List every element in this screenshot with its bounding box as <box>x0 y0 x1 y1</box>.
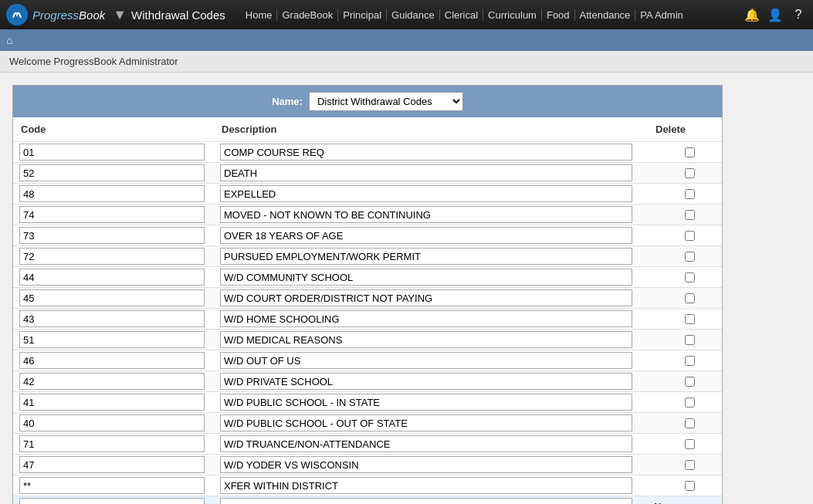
desc-input[interactable] <box>220 185 632 202</box>
desc-input[interactable] <box>220 248 632 265</box>
code-input[interactable] <box>19 164 205 181</box>
table-row <box>13 350 722 370</box>
col-description: Description <box>220 120 654 138</box>
desc-input[interactable] <box>220 206 632 223</box>
delete-checkbox[interactable] <box>685 231 695 241</box>
user-icon[interactable]: 👤 <box>767 6 784 23</box>
code-cell <box>19 310 220 327</box>
desc-input[interactable] <box>220 227 632 244</box>
desc-cell <box>220 185 654 202</box>
table-row <box>13 287 722 308</box>
code-input[interactable] <box>19 352 205 369</box>
code-input[interactable] <box>19 414 205 431</box>
code-input[interactable] <box>19 289 205 306</box>
table-row <box>13 204 722 225</box>
nav-pa-admin[interactable]: PA Admin <box>635 9 687 21</box>
delete-checkbox[interactable] <box>685 439 695 449</box>
nav-curriculum[interactable]: Curriculum <box>483 9 542 21</box>
code-input[interactable] <box>19 456 205 473</box>
desc-input[interactable] <box>220 477 632 494</box>
desc-input[interactable] <box>220 352 632 369</box>
desc-input[interactable] <box>220 289 632 306</box>
delete-checkbox[interactable] <box>685 210 695 220</box>
code-cell <box>19 185 220 202</box>
delete-checkbox[interactable] <box>685 147 695 157</box>
delete-cell <box>654 189 716 199</box>
delete-cell <box>654 231 716 241</box>
table-row <box>13 245 722 266</box>
desc-input[interactable] <box>220 435 632 452</box>
code-cell <box>19 248 220 265</box>
desc-cell <box>220 352 654 369</box>
code-input[interactable] <box>19 185 205 202</box>
desc-cell <box>220 289 654 306</box>
delete-checkbox[interactable] <box>685 377 695 387</box>
code-input[interactable] <box>19 227 205 244</box>
delete-checkbox[interactable] <box>685 418 695 428</box>
delete-cell <box>654 481 716 491</box>
desc-input[interactable] <box>220 373 632 390</box>
new-desc-cell <box>220 498 654 504</box>
new-code-input[interactable] <box>19 498 205 504</box>
desc-input[interactable] <box>220 310 632 327</box>
desc-input[interactable] <box>220 414 632 431</box>
table-row <box>13 412 722 433</box>
bell-icon[interactable]: 🔔 <box>744 6 760 23</box>
delete-cell <box>654 356 716 366</box>
new-desc-input[interactable] <box>220 498 632 504</box>
delete-checkbox[interactable] <box>685 168 695 178</box>
delete-checkbox[interactable] <box>685 356 695 366</box>
code-input[interactable] <box>19 394 205 411</box>
delete-checkbox[interactable] <box>685 189 695 199</box>
code-input[interactable] <box>19 269 205 286</box>
delete-checkbox[interactable] <box>685 272 695 282</box>
desc-input[interactable] <box>220 164 632 181</box>
code-input[interactable] <box>19 373 205 390</box>
delete-checkbox[interactable] <box>685 460 695 470</box>
desc-cell <box>220 477 654 494</box>
desc-input[interactable] <box>220 269 632 286</box>
code-input[interactable] <box>19 206 205 223</box>
section-title: Withdrawal Codes <box>131 8 225 22</box>
desc-input[interactable] <box>220 394 632 411</box>
help-icon[interactable]: ? <box>790 6 807 23</box>
code-input[interactable] <box>19 248 205 265</box>
desc-cell <box>220 414 654 431</box>
navbar-icons: 🔔 👤 ? <box>744 6 807 23</box>
nav-gradebook[interactable]: GradeBook <box>277 9 338 21</box>
code-input[interactable] <box>19 477 205 494</box>
delete-checkbox[interactable] <box>685 314 695 324</box>
new-label: New <box>654 501 675 505</box>
home-icon[interactable]: ⌂ <box>6 34 12 46</box>
code-cell <box>19 456 220 473</box>
col-code: Code <box>19 120 220 138</box>
delete-checkbox[interactable] <box>685 397 695 408</box>
delete-checkbox[interactable] <box>685 335 695 345</box>
delete-checkbox[interactable] <box>685 481 695 491</box>
nav-guidance[interactable]: Guidance <box>387 9 440 21</box>
nav-home[interactable]: Home <box>241 9 278 21</box>
desc-input[interactable] <box>220 456 632 473</box>
code-input[interactable] <box>19 144 205 161</box>
nav-principal[interactable]: Principal <box>338 9 387 21</box>
desc-input[interactable] <box>220 144 632 161</box>
nav-attendance[interactable]: Attendance <box>575 9 636 21</box>
nav-separator: ▼ <box>113 7 127 23</box>
code-input[interactable] <box>19 435 205 452</box>
code-cell <box>19 477 220 494</box>
desc-input[interactable] <box>220 331 632 348</box>
code-input[interactable] <box>19 310 205 327</box>
name-select[interactable]: District Withdrawal Codes <box>309 92 463 111</box>
table-row <box>13 454 722 475</box>
code-cell <box>19 227 220 244</box>
brand: ProgressBook <box>6 4 105 25</box>
delete-cell <box>654 272 716 282</box>
table-row <box>13 433 722 454</box>
code-input[interactable] <box>19 331 205 348</box>
delete-checkbox[interactable] <box>685 252 695 262</box>
welcome-bar: Welcome ProgressBook Administrator <box>0 51 813 73</box>
delete-checkbox[interactable] <box>685 293 695 303</box>
nav-food[interactable]: Food <box>542 9 575 21</box>
table-row <box>13 141 722 162</box>
nav-clerical[interactable]: Clerical <box>440 9 483 21</box>
